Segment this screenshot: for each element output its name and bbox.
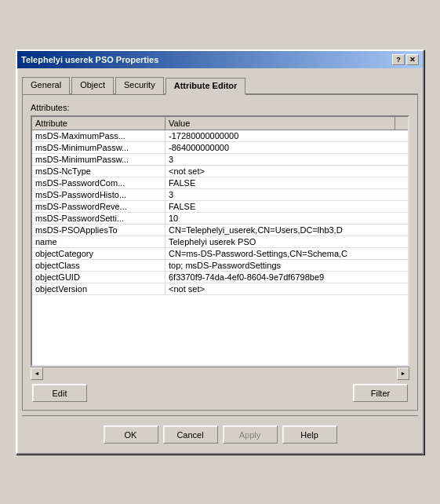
tab-security[interactable]: Security <box>115 77 164 94</box>
table-row[interactable]: msDS-MaximumPass... -17280000000000 <box>32 130 408 142</box>
table-row[interactable]: name Telephelyi userek PSO <box>32 236 408 248</box>
tab-object[interactable]: Object <box>71 77 114 94</box>
cell-val: FALSE <box>165 177 408 188</box>
attributes-table: Attribute Value msDS-MaximumPass... -172… <box>31 115 409 367</box>
cell-attr: name <box>32 236 165 247</box>
cell-attr: objectVersion <box>32 283 165 294</box>
col-header-value: Value <box>165 117 395 130</box>
cell-val: top; msDS-PasswordSettings <box>165 260 408 271</box>
window-title: Telephelyi userek PSO Properties <box>21 55 158 64</box>
properties-window: Telephelyi userek PSO Properties ? ✕ Gen… <box>16 49 424 455</box>
tab-bar: General Object Security Attribute Editor <box>22 73 418 95</box>
title-bar-text: Telephelyi userek PSO Properties <box>21 55 158 64</box>
tab-general[interactable]: General <box>22 77 70 94</box>
col-header-attribute: Attribute <box>32 117 165 130</box>
scroll-right-button[interactable]: ► <box>397 367 409 380</box>
cell-val: CN=ms-DS-Password-Settings,CN=Schema,C <box>165 248 408 259</box>
cell-attr: msDS-PasswordReve... <box>32 201 165 212</box>
scroll-track <box>43 367 397 379</box>
horizontal-scrollbar[interactable]: ◄ ► <box>31 367 409 379</box>
cell-attr: msDS-MaximumPass... <box>32 130 165 141</box>
edit-filter-row: Edit Filter <box>31 384 409 402</box>
edit-button[interactable]: Edit <box>32 384 87 402</box>
ok-button[interactable]: OK <box>104 425 158 444</box>
cell-attr: msDS-PasswordHisto... <box>32 189 165 200</box>
cell-attr: msDS-NcType <box>32 166 165 177</box>
apply-button[interactable]: Apply <box>223 425 278 444</box>
window-content: General Object Security Attribute Editor… <box>17 68 423 453</box>
table-header: Attribute Value <box>32 117 408 130</box>
cell-val: CN=Telephelyi_userek,CN=Users,DC=lhb3,D <box>165 225 408 236</box>
cell-val: Telephelyi userek PSO <box>165 236 408 247</box>
table-row[interactable]: msDS-NcType <not set> <box>32 166 408 177</box>
scroll-left-button[interactable]: ◄ <box>31 367 43 380</box>
tab-attribute-editor[interactable]: Attribute Editor <box>165 78 246 95</box>
tab-content-attribute-editor: Attributes: Attribute Value msDS-Maximum… <box>22 95 418 411</box>
cell-attr: msDS-PasswordCom... <box>32 177 165 188</box>
table-row[interactable]: objectClass top; msDS-PasswordSettings <box>32 260 408 272</box>
title-bar: Telephelyi userek PSO Properties ? ✕ <box>17 51 423 68</box>
help-button[interactable]: Help <box>282 425 337 444</box>
cell-val: <not set> <box>165 166 408 177</box>
table-row[interactable]: msDS-PasswordSetti... 10 <box>32 213 408 225</box>
cancel-button[interactable]: Cancel <box>163 425 218 444</box>
table-row[interactable]: objectCategory CN=ms-DS-Password-Setting… <box>32 248 408 260</box>
table-row[interactable]: msDS-PasswordCom... FALSE <box>32 177 408 189</box>
cell-val: <not set> <box>165 283 408 294</box>
filter-button[interactable]: Filter <box>353 384 408 402</box>
divider <box>22 415 418 416</box>
table-row[interactable]: msDS-MinimumPassw... 3 <box>32 154 408 166</box>
table-body[interactable]: msDS-MaximumPass... -17280000000000 msDS… <box>32 130 408 361</box>
cell-attr: msDS-MinimumPassw... <box>32 154 165 165</box>
cell-attr: msDS-MinimumPassw... <box>32 142 165 153</box>
cell-val: -864000000000 <box>165 142 408 153</box>
cell-val: 3 <box>165 154 408 165</box>
table-row[interactable]: objectGUID 6f3370f9-74da-4ef0-8604-9e7df… <box>32 272 408 283</box>
table-row[interactable]: msDS-PasswordHisto... 3 <box>32 189 408 201</box>
cell-val: 10 <box>165 213 408 224</box>
close-titlebar-button[interactable]: ✕ <box>406 54 419 65</box>
table-row[interactable]: objectVersion <not set> <box>32 283 408 295</box>
cell-attr: msDS-PSOAppliesTo <box>32 225 165 236</box>
table-row[interactable]: msDS-MinimumPassw... -864000000000 <box>32 142 408 154</box>
cell-val: 3 <box>165 189 408 200</box>
title-bar-buttons: ? ✕ <box>392 54 419 65</box>
cell-val: FALSE <box>165 201 408 212</box>
cell-attr: objectClass <box>32 260 165 271</box>
help-titlebar-button[interactable]: ? <box>392 54 405 65</box>
table-row[interactable]: msDS-PSOAppliesTo CN=Telephelyi_userek,C… <box>32 225 408 236</box>
cell-val: -17280000000000 <box>165 130 408 141</box>
cell-attr: objectGUID <box>32 272 165 283</box>
ok-cancel-row: OK Cancel Apply Help <box>22 421 418 448</box>
table-row[interactable]: msDS-PasswordReve... FALSE <box>32 201 408 213</box>
cell-attr: objectCategory <box>32 248 165 259</box>
cell-attr: msDS-PasswordSetti... <box>32 213 165 224</box>
cell-val: 6f3370f9-74da-4ef0-8604-9e7df6798be9 <box>165 272 408 283</box>
attributes-label: Attributes: <box>31 103 409 112</box>
